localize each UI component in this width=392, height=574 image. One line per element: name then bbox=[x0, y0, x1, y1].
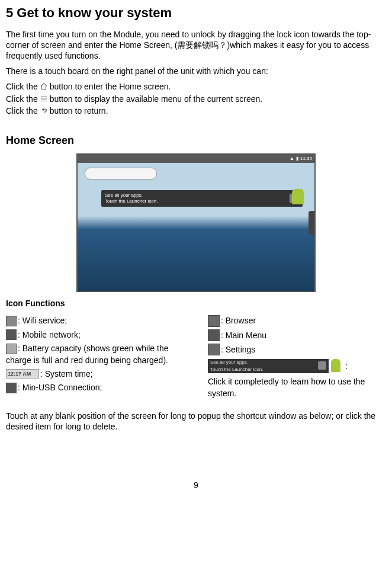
google-search-widget bbox=[85, 168, 157, 179]
mobile-label: : Mobile network; bbox=[18, 330, 81, 339]
browser-icon bbox=[208, 315, 220, 327]
app-drawer-handle bbox=[309, 211, 314, 235]
main-menu-label: : Main Menu bbox=[221, 331, 266, 340]
status-battery-icon: ▮ bbox=[296, 156, 298, 162]
settings-icon bbox=[208, 344, 220, 355]
launcher-tip: See all your apps. Touch the Launcher ic… bbox=[101, 190, 303, 207]
back-icon bbox=[39, 107, 49, 115]
page-number: 9 bbox=[6, 480, 386, 490]
battery-label: : Battery capacity (shows green while th… bbox=[6, 344, 168, 364]
click-return-line: Click the button to return. bbox=[6, 105, 386, 116]
tip-wide-line2: Touch the Launcher icon. bbox=[210, 367, 263, 372]
status-time: 11:35 bbox=[300, 156, 312, 162]
tip-wide-line1: See all your apps. bbox=[210, 360, 248, 365]
click-return-suffix: button to return. bbox=[50, 105, 108, 116]
right-column: : Browser : Main Menu : Settings See all… bbox=[208, 312, 386, 401]
page-title: 5 Get to know your system bbox=[6, 5, 386, 22]
intro-paragraph: The first time you turn on the Module, y… bbox=[6, 29, 386, 62]
touchboard-intro: There is a touch board on the right pane… bbox=[6, 66, 386, 76]
time-label: : System time; bbox=[40, 369, 93, 379]
footer-text: Touch at any blank position of the scree… bbox=[6, 411, 386, 432]
click-menu-suffix: button to display the available menu of … bbox=[50, 94, 263, 104]
click-prefix: Click the bbox=[6, 94, 38, 104]
tip-line1: See all your apps. bbox=[105, 193, 158, 198]
browser-label: : Browser bbox=[221, 316, 256, 326]
main-menu-icon bbox=[208, 329, 220, 341]
battery-icon bbox=[6, 344, 17, 354]
tip-line2: Touch the Launcher icon. bbox=[105, 198, 158, 204]
android-robot-icon bbox=[292, 189, 304, 204]
launcher-tip-icon: See all your apps. Touch the Launcher ic… bbox=[208, 359, 329, 373]
home-icon bbox=[39, 82, 49, 91]
usb-label: : Min-USB Connection; bbox=[18, 383, 102, 393]
tip-description: Click it completedly to learn how to use… bbox=[208, 377, 365, 398]
click-menu-line: Click the button to display the availabl… bbox=[6, 94, 386, 104]
wifi-icon bbox=[6, 316, 17, 326]
left-column: : Wifi service; : Mobile network; : Batt… bbox=[6, 312, 184, 401]
system-time-icon: 12:17 AM bbox=[6, 369, 39, 379]
click-home-suffix: button to enter the Home screen. bbox=[50, 81, 171, 92]
usb-icon bbox=[6, 383, 17, 393]
mobile-network-icon bbox=[6, 329, 17, 340]
tip-grid-icon bbox=[318, 361, 326, 370]
menu-icon bbox=[39, 95, 49, 103]
status-wifi-icon: ▲ bbox=[290, 156, 294, 162]
click-prefix: Click the bbox=[6, 105, 38, 116]
screenshot-container: ▲ ▮ 11:35 See all your apps. Touch the L… bbox=[6, 153, 386, 292]
settings-label: : Settings bbox=[221, 345, 255, 354]
icon-functions-heading: Icon Functions bbox=[6, 298, 386, 309]
wifi-label: : Wifi service; bbox=[18, 316, 67, 326]
tip-colon: : bbox=[345, 361, 348, 371]
click-home-line: Click the button to enter the Home scree… bbox=[6, 81, 386, 92]
click-prefix: Click the bbox=[6, 81, 38, 92]
home-screen-heading: Home Screen bbox=[6, 134, 386, 147]
icon-functions-columns: : Wifi service; : Mobile network; : Batt… bbox=[6, 312, 386, 401]
home-screenshot: ▲ ▮ 11:35 See all your apps. Touch the L… bbox=[76, 153, 316, 292]
status-bar: ▲ ▮ 11:35 bbox=[78, 155, 314, 163]
